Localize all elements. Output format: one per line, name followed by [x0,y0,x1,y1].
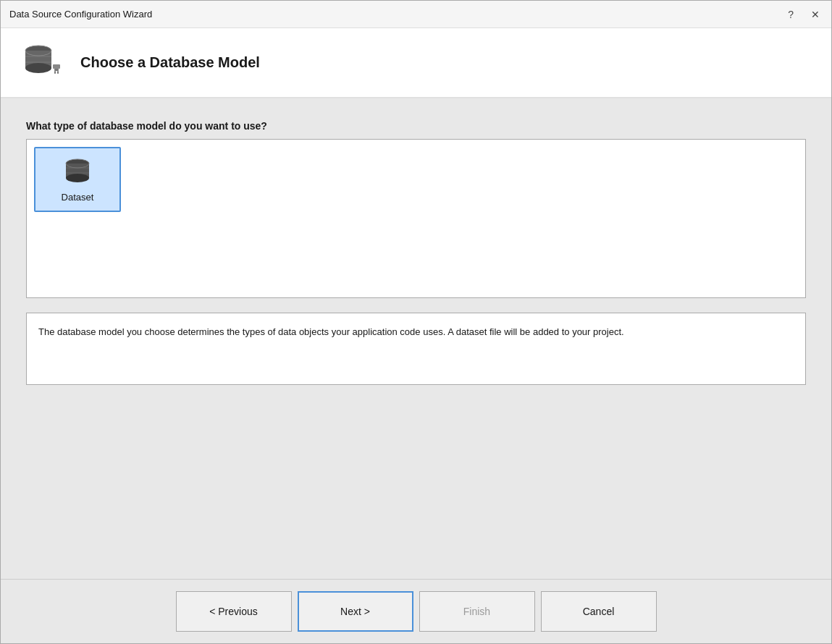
footer-area: < Previous Next > Finish Cancel [1,579,831,643]
window-title: Data Source Configuration Wizard [9,9,152,20]
page-title: Choose a Database Model [80,54,260,71]
model-selection-section: What type of database model do you want … [26,120,806,298]
content-area: What type of database model do you want … [1,98,831,579]
svg-rect-6 [53,64,60,69]
svg-rect-9 [57,71,59,74]
svg-rect-8 [54,71,56,74]
finish-button[interactable]: Finish [419,591,535,632]
description-box: The database model you choose determines… [26,313,806,385]
close-button[interactable]: ✕ [808,7,823,22]
previous-button[interactable]: < Previous [176,591,292,632]
help-button[interactable]: ? [785,7,797,22]
question-label: What type of database model do you want … [26,120,806,132]
next-button[interactable]: Next > [298,591,413,632]
header-section: Choose a Database Model [1,28,831,98]
title-bar-left: Data Source Configuration Wizard [9,9,152,20]
svg-point-2 [25,63,51,73]
description-text: The database model you choose determines… [38,325,794,340]
title-bar-controls: ? ✕ [785,7,823,22]
svg-point-12 [66,174,89,182]
svg-rect-7 [54,69,59,71]
dataset-label: Dataset [62,192,94,203]
model-item-dataset[interactable]: Dataset [34,147,121,212]
dialog-window: Data Source Configuration Wizard ? ✕ [0,0,832,644]
title-bar: Data Source Configuration Wizard ? ✕ [1,1,831,28]
model-selection-box[interactable]: Dataset [26,139,806,298]
dataset-icon [61,157,94,187]
header-database-icon [22,43,66,82]
cancel-button[interactable]: Cancel [541,591,657,632]
